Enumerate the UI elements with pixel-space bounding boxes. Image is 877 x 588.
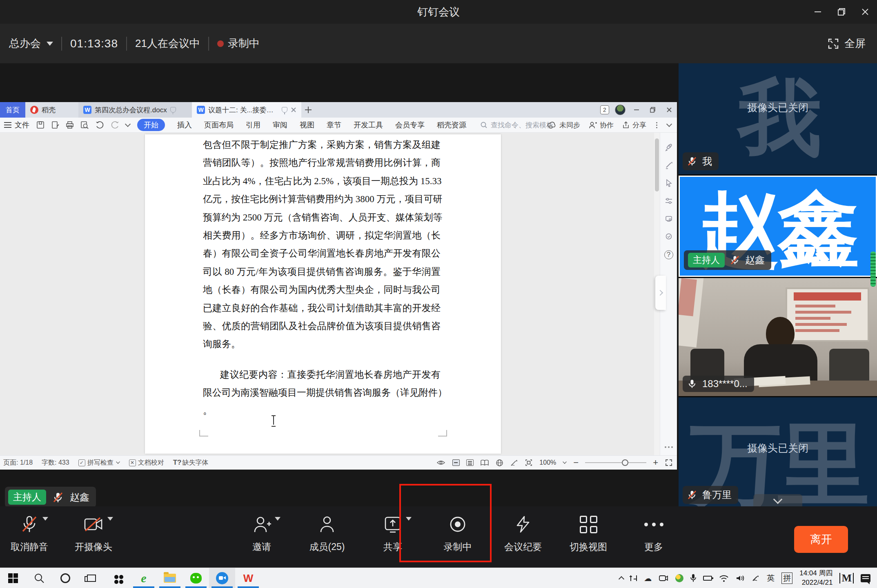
- zoom-level[interactable]: 100%: [539, 459, 556, 466]
- menu-tab-dev-tools[interactable]: 开发工具: [354, 120, 383, 130]
- menu-tab-docer-res[interactable]: 稻壳资源: [437, 120, 466, 130]
- chevron-down-icon[interactable]: [107, 517, 113, 521]
- eye-protect-icon[interactable]: [436, 459, 446, 466]
- unmute-button[interactable]: 取消静音: [0, 514, 62, 553]
- document-page[interactable]: 包含但不限于制定推广方案，采购方案，销售方案及组建 营销团队等）。按照地产行业常…: [145, 134, 501, 454]
- view-book-icon[interactable]: [480, 459, 489, 466]
- undo-icon[interactable]: [95, 120, 105, 129]
- menu-tab-page-layout[interactable]: 页面布局: [204, 120, 234, 130]
- chevron-down-icon[interactable]: [275, 517, 280, 521]
- pen-icon[interactable]: [664, 160, 673, 169]
- zoom-slider[interactable]: [585, 462, 646, 463]
- video-tile-me[interactable]: 我 摄像头已关闭 我: [679, 63, 877, 174]
- rail-more-icon[interactable]: [660, 442, 677, 450]
- menu-tab-references[interactable]: 引用: [246, 120, 260, 130]
- adjust-icon[interactable]: [664, 196, 673, 205]
- zoom-out-button[interactable]: −: [573, 458, 579, 467]
- minimize-button[interactable]: [806, 0, 830, 24]
- menu-tab-start[interactable]: 开始: [137, 119, 165, 131]
- wifi-icon[interactable]: [719, 574, 729, 582]
- share-button[interactable]: 分享: [622, 120, 646, 130]
- battery-icon[interactable]: [703, 576, 712, 581]
- new-tab-button[interactable]: [301, 102, 315, 118]
- wps-minimize-button[interactable]: [631, 105, 642, 115]
- menu-tab-section[interactable]: 章节: [327, 120, 341, 130]
- chevron-down-icon[interactable]: [563, 460, 567, 464]
- ime-language-indicator[interactable]: 英: [767, 573, 775, 584]
- taskbar-dingtalk-active[interactable]: [209, 568, 235, 588]
- taskbar-ie[interactable]: e: [131, 568, 157, 588]
- taskbar-file-explorer[interactable]: [157, 568, 183, 588]
- m-app-icon[interactable]: M: [839, 573, 854, 584]
- scrollbar-thumb[interactable]: [655, 138, 659, 192]
- wps-close-button[interactable]: [664, 105, 674, 115]
- close-tab-icon[interactable]: [291, 107, 296, 113]
- ink-workspace-icon[interactable]: [752, 574, 760, 582]
- cortana-button[interactable]: [52, 568, 78, 588]
- task-view-button[interactable]: [78, 568, 105, 588]
- collapse-tiles-button[interactable]: [753, 494, 802, 508]
- doc-proof-toggle[interactable]: ✕文档校对: [129, 459, 164, 467]
- save-icon[interactable]: [36, 120, 45, 129]
- search-button[interactable]: [26, 568, 52, 588]
- members-button[interactable]: 成员(25): [294, 514, 360, 553]
- video-tile-183[interactable]: 183****0...: [679, 278, 877, 396]
- redo-icon[interactable]: [110, 120, 120, 129]
- fullscreen-doc-icon[interactable]: [665, 459, 673, 467]
- wps-tab-home[interactable]: 首页: [0, 102, 25, 118]
- wps-tab-document2-active[interactable]: W议题十二: 关...接委托的议题: [192, 102, 301, 118]
- mixer-icon[interactable]: [630, 575, 637, 581]
- start-button[interactable]: [0, 568, 26, 588]
- tray-mic-icon[interactable]: [690, 574, 696, 583]
- action-center-icon[interactable]: [861, 574, 870, 582]
- more-options-icon[interactable]: [656, 125, 657, 126]
- close-button[interactable]: [853, 0, 877, 24]
- pin-icon[interactable]: [170, 107, 176, 113]
- speaker-icon[interactable]: [736, 574, 745, 582]
- taskbar-wps[interactable]: W: [235, 568, 261, 588]
- meeting-minutes-button[interactable]: 会议纪要: [490, 514, 556, 553]
- chevron-down-icon[interactable]: [42, 517, 48, 521]
- ime-pinyin-indicator[interactable]: 拼: [781, 572, 792, 584]
- chevron-down-icon[interactable]: [125, 121, 131, 127]
- invite-button[interactable]: 邀请: [229, 514, 294, 553]
- video-tile-luwanli[interactable]: 万里 摄像头已关闭 鲁万里: [679, 397, 877, 508]
- pinned-app-button[interactable]: [105, 568, 131, 588]
- more-button[interactable]: 更多: [621, 514, 686, 553]
- file-menu-button[interactable]: 文件: [4, 120, 29, 130]
- tray-expand-icon[interactable]: [619, 576, 624, 582]
- fullscreen-button[interactable]: 全屏: [827, 24, 866, 63]
- fit-page-icon[interactable]: [525, 459, 533, 467]
- export-pdf-icon[interactable]: [51, 120, 60, 129]
- wps-tab-document1[interactable]: W第四次总办会议程.docx: [78, 102, 192, 118]
- zoom-in-button[interactable]: +: [653, 458, 658, 467]
- pin-icon[interactable]: [282, 107, 287, 113]
- collaborate-button[interactable]: 协作: [588, 120, 614, 130]
- spell-check-toggle[interactable]: ✓拼写检查: [78, 459, 120, 467]
- badge-icon[interactable]: [664, 232, 673, 241]
- leave-meeting-button[interactable]: 离开: [794, 526, 848, 553]
- switch-view-button[interactable]: 切换视图: [556, 514, 621, 553]
- view-outline-icon[interactable]: [466, 459, 474, 466]
- menu-tab-review[interactable]: 审阅: [273, 120, 287, 130]
- wps-restore-button[interactable]: [648, 105, 658, 115]
- stamp-icon[interactable]: [664, 214, 673, 223]
- wps-tab-docer[interactable]: 稻壳: [25, 102, 78, 118]
- print-preview-icon[interactable]: [80, 120, 89, 129]
- menu-tab-member[interactable]: 会员专享: [395, 120, 425, 130]
- ink-pen-icon[interactable]: [510, 459, 518, 467]
- meeting-room-selector[interactable]: 总办会: [0, 36, 53, 51]
- maximize-button[interactable]: [830, 0, 853, 24]
- taskbar-wechat[interactable]: [183, 568, 209, 588]
- menu-tab-insert[interactable]: 插入: [177, 120, 192, 130]
- view-web-icon[interactable]: [496, 459, 503, 467]
- zoom-slider-knob[interactable]: [622, 459, 628, 466]
- menu-tab-view[interactable]: 视图: [300, 120, 314, 130]
- window-count-badge[interactable]: 2: [600, 105, 609, 114]
- video-tile-zhaoxin-active[interactable]: 赵鑫 主持人 赵鑫: [679, 176, 877, 277]
- view-page-icon[interactable]: [452, 459, 460, 466]
- wps-account-avatar[interactable]: [615, 105, 625, 115]
- antivirus-360-icon[interactable]: [675, 574, 683, 582]
- print-icon[interactable]: [65, 120, 74, 129]
- screen-record-icon[interactable]: [659, 574, 668, 582]
